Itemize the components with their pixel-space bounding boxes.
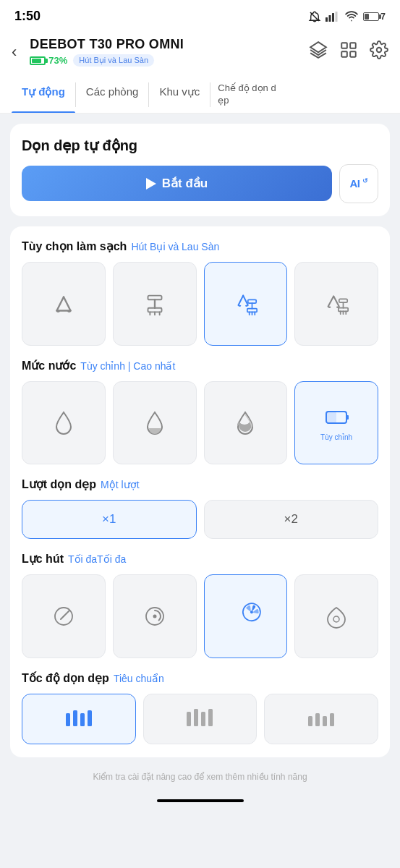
cleaning-rounds-header: Lượt dọn dẹp Một lượt bbox=[22, 477, 378, 491]
ai-button[interactable]: AI ↺ bbox=[339, 164, 378, 203]
battery-fill-low bbox=[365, 14, 369, 20]
suction-standard-icon bbox=[142, 603, 168, 629]
svg-rect-54 bbox=[80, 713, 85, 726]
tab-tu-dong[interactable]: Tự động bbox=[12, 77, 75, 113]
rounds-x2[interactable]: ×2 bbox=[204, 500, 379, 539]
svg-line-12 bbox=[64, 297, 71, 310]
svg-line-23 bbox=[244, 295, 249, 305]
clean-mode-sweep-mop-2[interactable] bbox=[294, 262, 378, 346]
water-level-value: Tùy chỉnh | Cao nhất bbox=[80, 360, 175, 372]
start-button[interactable]: Bắt đầu bbox=[22, 166, 332, 201]
battery-indicator: 73% bbox=[30, 55, 67, 66]
suction-quiet[interactable] bbox=[22, 574, 106, 658]
svg-rect-53 bbox=[73, 710, 77, 726]
home-indicator bbox=[157, 799, 244, 802]
water-high[interactable] bbox=[204, 381, 288, 465]
header-info: DEEBOT T30 PRO OMNI 73% Hút Bụi và Lau S… bbox=[30, 37, 302, 67]
status-time: 1:50 bbox=[14, 9, 41, 24]
clean-mode-mop-only[interactable] bbox=[113, 262, 197, 346]
svg-point-51 bbox=[333, 616, 339, 622]
tab-che-do[interactable]: Chế độ dọn d ẹp bbox=[210, 77, 283, 113]
svg-rect-7 bbox=[350, 43, 356, 48]
clean-mode-header: Tùy chọn làm sạch Hút Bụi và Lau Sàn bbox=[22, 239, 378, 253]
svg-rect-60 bbox=[308, 716, 312, 726]
rounds-x1[interactable]: ×1 bbox=[22, 500, 197, 539]
sweep-mop-2-icon bbox=[323, 290, 350, 318]
speed-standard[interactable] bbox=[22, 694, 136, 744]
svg-line-33 bbox=[333, 296, 339, 306]
tabs-bar: Tự động Các phòng Khu vực Chế độ dọn d ẹ… bbox=[0, 77, 400, 114]
grid-icon[interactable] bbox=[339, 41, 358, 64]
svg-rect-52 bbox=[66, 713, 70, 726]
water-level-grid: Tùy chỉnh bbox=[22, 381, 378, 465]
wifi-icon bbox=[344, 11, 359, 22]
svg-rect-9 bbox=[350, 51, 356, 57]
clean-options-card: Tùy chọn làm sạch Hút Bụi và Lau Sàn bbox=[10, 226, 390, 757]
mode-badge: Hút Bụi và Lau Sàn bbox=[73, 54, 154, 67]
cleaning-rounds-label: Lượt dọn dẹp bbox=[22, 477, 96, 491]
start-label: Bắt đầu bbox=[162, 176, 208, 191]
svg-point-10 bbox=[377, 47, 382, 52]
svg-line-11 bbox=[56, 297, 64, 310]
water-mid-icon bbox=[143, 409, 166, 435]
battery-fill bbox=[32, 59, 41, 63]
clean-mode-label: Tùy chọn làm sạch bbox=[22, 239, 127, 253]
clean-mode-sweep-only[interactable] bbox=[22, 262, 106, 346]
svg-rect-61 bbox=[315, 713, 320, 726]
speed-header: Tốc độ dọn dẹp Tiêu chuẩn bbox=[22, 671, 378, 685]
cleaning-rounds-value: Một lượt bbox=[101, 479, 139, 490]
battery-icon bbox=[30, 56, 46, 65]
svg-point-49 bbox=[153, 615, 156, 618]
play-icon bbox=[146, 178, 156, 190]
back-button[interactable]: ‹ bbox=[12, 40, 22, 64]
tab-cac-phong[interactable]: Các phòng bbox=[76, 77, 149, 113]
svg-line-32 bbox=[328, 296, 334, 306]
status-icons: 7 bbox=[308, 10, 386, 23]
mop-only-icon bbox=[141, 290, 169, 318]
ai-label: AI bbox=[349, 177, 359, 190]
speed-slow[interactable] bbox=[264, 694, 378, 744]
svg-point-14 bbox=[56, 310, 60, 312]
clean-mode-sweep-mop[interactable] bbox=[204, 262, 288, 346]
settings-icon[interactable] bbox=[370, 41, 388, 64]
tab-khu-vuc[interactable]: Khu vực bbox=[149, 77, 210, 113]
clean-mode-value: Hút Bụi và Lau Sàn bbox=[131, 241, 219, 252]
suction-max[interactable] bbox=[294, 574, 378, 658]
svg-rect-63 bbox=[330, 713, 334, 726]
water-custom-icon bbox=[323, 404, 349, 430]
svg-rect-62 bbox=[323, 716, 327, 726]
header-actions bbox=[309, 41, 388, 64]
suction-grid bbox=[22, 574, 378, 658]
suction-standard[interactable] bbox=[113, 574, 197, 658]
suction-quiet-icon bbox=[51, 603, 77, 629]
header: ‹ DEEBOT T30 PRO OMNI 73% Hút Bụi và Lau… bbox=[0, 30, 400, 77]
speed-fast[interactable] bbox=[143, 694, 258, 744]
signal-icon bbox=[325, 12, 340, 22]
speed-slow-icon bbox=[305, 707, 337, 731]
svg-rect-55 bbox=[88, 710, 92, 726]
clean-mode-grid bbox=[22, 262, 378, 346]
speed-standard-icon bbox=[63, 707, 95, 731]
main-content: Dọn dẹp tự động Bắt đầu AI ↺ Tùy chọn là… bbox=[0, 114, 400, 818]
water-high-icon bbox=[234, 409, 257, 435]
start-row: Bắt đầu AI ↺ bbox=[22, 164, 378, 203]
svg-rect-43 bbox=[326, 412, 336, 423]
water-mid[interactable] bbox=[113, 381, 197, 465]
water-low[interactable] bbox=[22, 381, 106, 465]
suction-high[interactable] bbox=[204, 574, 288, 658]
svg-line-46 bbox=[64, 610, 69, 616]
svg-rect-4 bbox=[336, 12, 338, 22]
svg-point-25 bbox=[245, 305, 248, 306]
svg-rect-57 bbox=[194, 709, 198, 726]
suction-label: Lực hút bbox=[22, 552, 64, 566]
svg-rect-1 bbox=[325, 17, 328, 22]
water-custom[interactable]: Tùy chỉnh bbox=[294, 381, 378, 465]
layers-icon[interactable] bbox=[309, 41, 328, 64]
svg-rect-2 bbox=[329, 15, 331, 22]
speed-label: Tốc độ dọn dẹp bbox=[22, 671, 109, 685]
device-title: DEEBOT T30 PRO OMNI bbox=[30, 37, 302, 52]
svg-rect-8 bbox=[341, 51, 347, 57]
bottom-hint: Kiểm tra cài đặt nâng cao để xem thêm nh… bbox=[10, 767, 390, 782]
auto-clean-title: Dọn dẹp tự động bbox=[22, 137, 378, 154]
suction-max-icon bbox=[323, 603, 349, 629]
